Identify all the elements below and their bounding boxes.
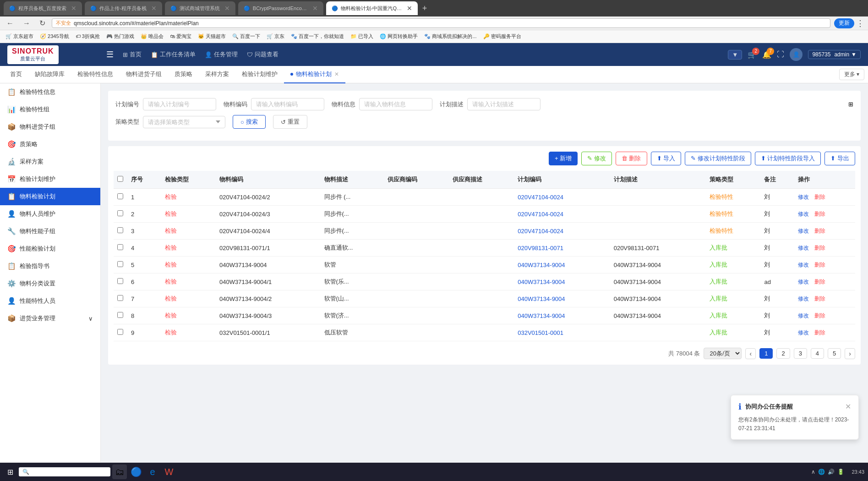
- bookmark-tmall[interactable]: 🐱 天猫超市: [196, 32, 228, 41]
- address-bar[interactable]: 不安全 qmscloud.sinotruk.com/#/materielPlan…: [52, 18, 830, 28]
- delete-row-link[interactable]: 删除: [814, 245, 825, 251]
- delete-row-link[interactable]: 删除: [814, 329, 825, 336]
- edit-row-link[interactable]: 修改: [798, 245, 809, 251]
- row-select-checkbox[interactable]: [117, 227, 123, 233]
- plan-code-link[interactable]: 040W37134-9004: [518, 279, 565, 285]
- tab-sampling[interactable]: 采样方案: [199, 66, 235, 83]
- browser-tab-5[interactable]: 🔵 物料检验计划-中国重汽QMS质... ✕: [326, 1, 418, 15]
- edit-row-link[interactable]: 修改: [798, 228, 809, 234]
- row-select-checkbox[interactable]: [117, 210, 123, 216]
- delete-row-link[interactable]: 删除: [814, 312, 825, 319]
- tab-close-3[interactable]: ✕: [224, 5, 230, 12]
- browser-tab-4[interactable]: 🔵 BCryptPasswordEncoder加密... ✕: [238, 1, 323, 15]
- menu-toggle[interactable]: ☰: [106, 49, 114, 60]
- bookmark-2345[interactable]: 🧭 2345导航: [38, 32, 71, 41]
- page-num-3[interactable]: 3: [794, 348, 807, 359]
- header-issues[interactable]: 🛡 问题查看: [247, 50, 278, 59]
- sidebar-item-plan-maintenance[interactable]: 📅 检验计划维护: [0, 170, 100, 188]
- row-select-checkbox[interactable]: [117, 261, 123, 267]
- header-taskmanage[interactable]: 👤 任务管理: [205, 50, 238, 59]
- plan-code-link[interactable]: 020V47104-0024: [518, 211, 563, 218]
- sidebar-item-inbound-mgmt[interactable]: 📦 进货业务管理 ∨: [0, 310, 100, 327]
- tab-quality[interactable]: 质策略: [168, 66, 199, 83]
- bookmark-baidu2[interactable]: 🐾 百度一下，你就知道: [289, 32, 346, 41]
- sidebar-item-material-quality[interactable]: 🔧 物料性能子组: [0, 223, 100, 240]
- tab-home[interactable]: 首页: [4, 66, 28, 83]
- bookmark-shop[interactable]: 🐾 商域系统拟解决的...: [422, 32, 478, 41]
- tab-material-plan[interactable]: 物料检验计划 ✕: [284, 66, 345, 83]
- tab-close-2[interactable]: ✕: [151, 5, 157, 12]
- tab-material-sub[interactable]: 物料进货子组: [120, 66, 168, 83]
- edit-row-link[interactable]: 修改: [798, 279, 809, 285]
- stage-import-button[interactable]: ⬆ 计划特性阶段导入: [755, 152, 821, 165]
- tab-char-info[interactable]: 检验特性信息: [71, 66, 120, 83]
- plan-code-link[interactable]: 020V47104-0024: [518, 228, 563, 235]
- browser-tab-1[interactable]: 🔵 程序员备栈_百度搜索 ✕: [4, 1, 82, 15]
- material-code-input[interactable]: [251, 98, 324, 110]
- row-select-checkbox[interactable]: [117, 244, 123, 250]
- update-button[interactable]: 更新: [834, 18, 854, 28]
- edit-row-link[interactable]: 修改: [798, 262, 809, 268]
- tab-plan-maintenance[interactable]: 检验计划维护: [235, 66, 284, 83]
- sidebar-item-material-person[interactable]: 👤 物料人员维护: [0, 205, 100, 223]
- bookmark-sale[interactable]: 🏷 3折疯抢: [74, 32, 102, 41]
- add-button[interactable]: + 新增: [549, 152, 578, 165]
- page-num-5[interactable]: 5: [828, 348, 841, 359]
- select-all-checkbox[interactable]: [117, 176, 123, 182]
- row-select-checkbox[interactable]: [117, 329, 123, 335]
- row-select-checkbox[interactable]: [117, 295, 123, 301]
- bookmark-imported[interactable]: 📁 已导入: [349, 32, 375, 41]
- bookmark-vip[interactable]: 👑 唯品会: [139, 32, 165, 41]
- page-num-4[interactable]: 4: [811, 348, 824, 359]
- sidebar-item-material-sub[interactable]: 📦 物料进货子组: [0, 118, 100, 136]
- plan-no-input[interactable]: [143, 98, 216, 110]
- grid-layout-toggle[interactable]: ⊞: [848, 101, 853, 108]
- delete-row-link[interactable]: 删除: [814, 228, 825, 234]
- fullscreen-icon[interactable]: ⛶: [777, 50, 784, 59]
- edit-row-link[interactable]: 修改: [798, 194, 809, 200]
- modify-stage-button[interactable]: ✎ 修改计划特性阶段: [685, 152, 751, 165]
- more-tabs-button[interactable]: 更多 ▾: [839, 69, 864, 80]
- plan-code-link[interactable]: 032V01501-0001: [518, 329, 563, 336]
- tab-close-4[interactable]: ✕: [312, 5, 318, 12]
- header-tasklist[interactable]: 📋 工作任务清单: [151, 50, 196, 59]
- browser-tab-3[interactable]: 🔵 测试商城管理系统 ✕: [165, 1, 235, 15]
- export-button[interactable]: ⬆ 导出: [824, 152, 855, 165]
- tab-material-plan-close[interactable]: ✕: [334, 71, 339, 77]
- row-select-checkbox[interactable]: [117, 278, 123, 284]
- header-home[interactable]: ⊞ 首页: [123, 50, 142, 59]
- page-num-1[interactable]: 1: [759, 348, 773, 359]
- row-select-checkbox[interactable]: [117, 312, 123, 318]
- delete-row-link[interactable]: 删除: [814, 194, 825, 200]
- sidebar-item-quality-strategy[interactable]: 🎯 质策略: [0, 136, 100, 153]
- plan-code-link[interactable]: 040W37134-9004: [518, 312, 565, 319]
- sidebar-item-inspection-char[interactable]: 📋 检验特性信息: [0, 83, 100, 101]
- sidebar-item-inspection-guide[interactable]: 📋 检验指导书: [0, 257, 100, 275]
- edit-row-link[interactable]: 修改: [798, 329, 809, 336]
- plan-desc-input[interactable]: [467, 98, 540, 110]
- browser-tab-2[interactable]: 🔵 作品上传-程序员备栈 ✕: [85, 1, 162, 15]
- reset-button[interactable]: ↺ 重置: [273, 115, 307, 129]
- cart-icon[interactable]: 🛒 2: [748, 50, 757, 59]
- edit-row-link[interactable]: 修改: [798, 211, 809, 217]
- bookmark-baidu[interactable]: 🔍 百度一下: [230, 32, 262, 41]
- tab-defect[interactable]: 缺陷故障库: [28, 66, 71, 83]
- search-button[interactable]: ○ 搜索: [233, 115, 266, 129]
- page-num-2[interactable]: 2: [776, 348, 790, 359]
- sidebar-item-perf-plan[interactable]: 🎯 性能检验计划: [0, 240, 100, 257]
- sidebar-item-material-classify[interactable]: ⚙️ 物料分类设置: [0, 275, 100, 292]
- edit-button[interactable]: ✎ 修改: [581, 152, 612, 165]
- delete-row-link[interactable]: 删除: [814, 262, 825, 268]
- plan-code-link[interactable]: 020V98131-0071: [518, 245, 563, 251]
- row-select-checkbox[interactable]: [117, 193, 123, 199]
- tab-close-5[interactable]: ✕: [407, 5, 412, 12]
- user-info[interactable]: 985735 admin ▼: [808, 50, 861, 59]
- sidebar-item-inspection-group[interactable]: 📊 检验特性组: [0, 101, 100, 118]
- expand-button[interactable]: ▼: [728, 50, 742, 60]
- refresh-button[interactable]: ↻: [37, 18, 48, 28]
- tab-close-1[interactable]: ✕: [71, 5, 76, 12]
- delete-row-link[interactable]: 删除: [814, 279, 825, 285]
- delete-row-link[interactable]: 删除: [814, 211, 825, 217]
- bookmark-jd2[interactable]: 🛒 京东: [265, 32, 286, 41]
- sidebar-item-sampling[interactable]: 🔬 采样方案: [0, 153, 100, 170]
